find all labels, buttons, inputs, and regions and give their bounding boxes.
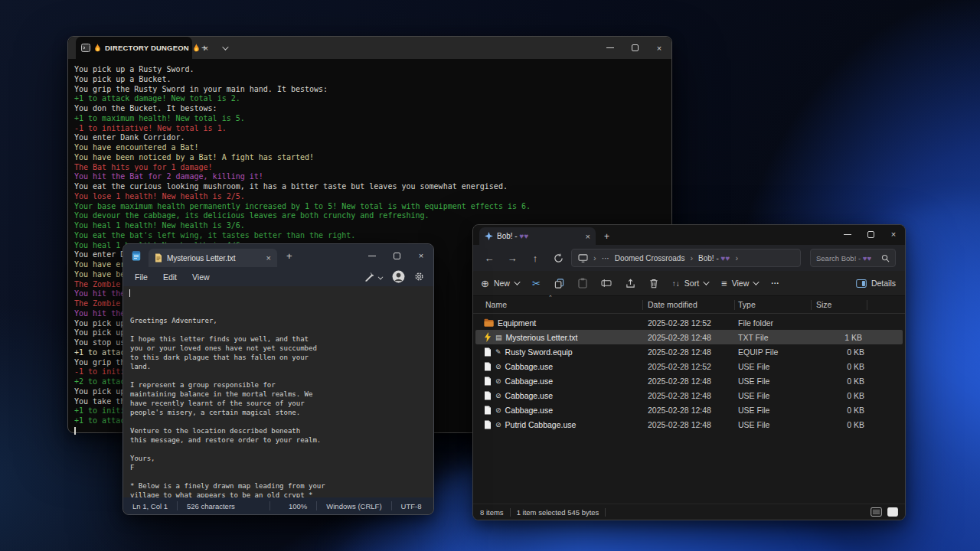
breadcrumb-item[interactable]: Doomed Crossroads [615, 254, 685, 262]
file-date: 2025-02-28 12:52 [635, 318, 726, 328]
settings-gear-icon[interactable] [414, 272, 424, 282]
more-options-button[interactable]: ··· [771, 279, 779, 288]
notepad-tab[interactable]: Mysterious Letter.txt × [149, 249, 277, 267]
notepad-titlebar[interactable]: Mysterious Letter.txt × + × [123, 244, 433, 267]
notepad-tab-title: Mysterious Letter.txt [167, 254, 235, 262]
file-name: Cabbage.use [505, 377, 553, 386]
maximize-button[interactable] [384, 244, 409, 267]
tab-close-icon[interactable]: × [266, 253, 271, 262]
copy-button[interactable] [554, 279, 564, 289]
column-divider[interactable] [734, 300, 735, 310]
tab-dropdown-button[interactable] [218, 44, 227, 52]
chevron-down-icon [514, 279, 520, 285]
search-input[interactable]: Search Bob! - ♥♥ [810, 249, 896, 267]
file-row[interactable]: Equipment2025-02-28 12:52File folder [473, 315, 905, 330]
cut-button[interactable]: ✂ [532, 278, 541, 289]
zoom-level[interactable]: 100% [279, 502, 316, 510]
forward-button[interactable]: → [502, 253, 522, 264]
maximize-button[interactable] [859, 225, 882, 243]
explorer-tabbar[interactable]: Bob! - ♥♥ × + × [473, 225, 905, 245]
column-divider[interactable] [811, 300, 812, 310]
file-size: 0 KB [799, 406, 864, 415]
up-button[interactable]: ↑ [525, 253, 545, 264]
file-name: Cabbage.use [505, 362, 553, 371]
file-row[interactable]: ✎Rusty Sword.equip2025-02-28 12:48EQUIP … [473, 344, 905, 359]
maximize-button[interactable] [622, 37, 647, 59]
breadcrumb-separator: › [690, 253, 693, 262]
file-row[interactable]: ⊘Cabbage.use2025-02-28 12:48USE File0 KB [473, 373, 905, 388]
status-divider [605, 508, 606, 517]
column-header-size[interactable]: Size [816, 300, 831, 309]
menu-edit[interactable]: Edit [156, 270, 184, 284]
file-date: 2025-02-28 12:48 [635, 420, 726, 429]
new-tab-button[interactable]: + [604, 231, 609, 242]
notepad-line: I hope this letter finds you well, and t… [130, 334, 433, 344]
column-header-date[interactable]: Date modified [648, 300, 697, 309]
breadcrumb-item-current[interactable]: Bob! - ♥♥ [698, 254, 730, 262]
refresh-button[interactable] [548, 253, 568, 263]
copilot-button[interactable] [364, 272, 383, 282]
back-button[interactable]: ← [479, 253, 499, 264]
delete-button[interactable] [649, 279, 658, 289]
line-endings[interactable]: Windows (CRLF) [317, 502, 390, 510]
file-date: 2025-02-28 12:48 [635, 391, 726, 400]
menu-view[interactable]: View [185, 270, 217, 284]
new-tab-button[interactable]: + [201, 42, 207, 54]
close-button[interactable]: × [647, 37, 671, 59]
breadcrumb-overflow[interactable]: ··· [602, 254, 609, 262]
sort-button[interactable]: ↑↓ Sort [672, 279, 707, 288]
heart-icon: ♥ [725, 254, 730, 262]
doc-file-icon [484, 406, 492, 415]
rename-button[interactable] [601, 279, 612, 288]
terminal-line: +1 to attack damage! New total is 2. [74, 94, 671, 104]
minimize-button[interactable] [360, 244, 384, 267]
terminal-app-icon [81, 44, 90, 52]
address-input[interactable]: › ··· Doomed Crossroads › Bob! - ♥♥ › [571, 249, 801, 267]
file-type: USE File [726, 391, 799, 400]
notepad-text-area[interactable]: Greetings Adventurer, I hope this letter… [123, 286, 433, 499]
column-divider[interactable] [642, 300, 643, 310]
file-emoji: ▤ [495, 334, 502, 341]
column-header-name[interactable]: Name [485, 300, 507, 309]
close-button[interactable]: × [409, 244, 433, 267]
status-divider [510, 508, 511, 517]
file-type: USE File [726, 377, 799, 386]
file-row[interactable]: ⊘Cabbage.use2025-02-28 12:48USE File0 KB [473, 403, 905, 417]
column-divider[interactable] [867, 300, 867, 310]
file-type: USE File [726, 362, 799, 371]
zap-file-icon [484, 332, 492, 342]
sort-icon: ↑↓ [672, 279, 680, 288]
minimize-button[interactable] [836, 225, 859, 243]
details-pane-button[interactable]: Details [856, 279, 896, 288]
paste-button[interactable] [578, 278, 587, 289]
notepad-line: people's misery, a certain magical stone… [130, 408, 433, 417]
file-row[interactable]: ▤Mysterious Letter.txt2025-02-28 12:48TX… [475, 330, 903, 344]
share-button[interactable] [626, 279, 635, 289]
terminal-tab[interactable]: DIRECTORY DUNGEON × [76, 37, 192, 59]
new-tab-button[interactable]: + [286, 250, 292, 262]
account-avatar[interactable] [392, 270, 405, 283]
file-date: 2025-02-28 12:48 [635, 347, 726, 357]
notepad-line [130, 325, 433, 334]
minimize-button[interactable] [598, 37, 622, 59]
file-row[interactable]: ⊘Cabbage.use2025-02-28 12:48USE File0 KB [473, 388, 905, 403]
notepad-window: Mysterious Letter.txt × + × File Edit Vi… [122, 243, 434, 515]
explorer-tab[interactable]: Bob! - ♥♥ × [479, 227, 596, 245]
notepad-line: have recently learnt of the source of yo… [130, 399, 433, 408]
file-name: Putrid Cabbage.use [505, 420, 577, 429]
file-row[interactable]: ⊘Cabbage.use2025-02-28 12:52USE File0 KB [473, 359, 905, 373]
large-icons-view-button[interactable] [887, 507, 898, 517]
column-header-type[interactable]: Type [738, 300, 756, 309]
file-size: 0 KB [799, 347, 864, 357]
file-name: Mysterious Letter.txt [506, 333, 578, 342]
view-button[interactable]: ≡ View [721, 278, 757, 289]
tab-close-icon[interactable]: × [586, 232, 590, 241]
item-count: 8 items [480, 508, 504, 517]
menu-file[interactable]: File [128, 270, 155, 284]
encoding[interactable]: UTF-8 [392, 502, 431, 510]
close-button[interactable]: × [882, 225, 905, 243]
details-view-button[interactable] [871, 507, 882, 517]
file-row[interactable]: ⊘Putrid Cabbage.use2025-02-28 12:48USE F… [473, 417, 905, 432]
terminal-titlebar[interactable]: DIRECTORY DUNGEON × + × [68, 37, 671, 59]
new-button[interactable]: ⊕ New [481, 278, 518, 289]
